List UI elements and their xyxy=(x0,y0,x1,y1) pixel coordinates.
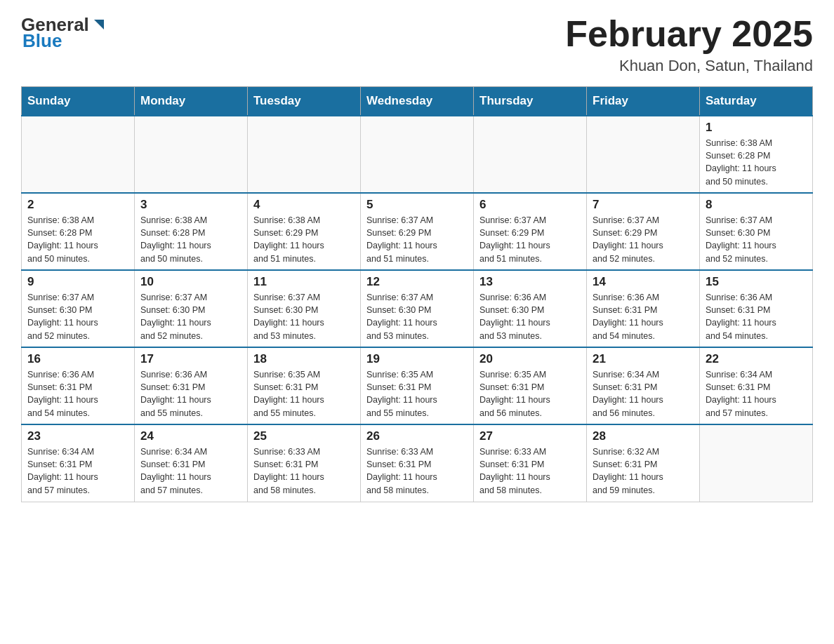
day-number: 21 xyxy=(593,352,694,366)
weekday-header-row: SundayMondayTuesdayWednesdayThursdayFrid… xyxy=(22,87,813,116)
calendar-week-row: 9Sunrise: 6:37 AM Sunset: 6:30 PM Daylig… xyxy=(22,270,813,347)
day-info: Sunrise: 6:38 AM Sunset: 6:28 PM Dayligh… xyxy=(27,214,128,265)
day-number: 26 xyxy=(366,429,468,443)
day-number: 10 xyxy=(140,275,241,289)
day-info: Sunrise: 6:37 AM Sunset: 6:30 PM Dayligh… xyxy=(140,291,241,342)
calendar-cell: 16Sunrise: 6:36 AM Sunset: 6:31 PM Dayli… xyxy=(22,347,135,424)
calendar-cell: 3Sunrise: 6:38 AM Sunset: 6:28 PM Daylig… xyxy=(135,193,248,270)
day-info: Sunrise: 6:36 AM Sunset: 6:31 PM Dayligh… xyxy=(593,291,694,342)
day-number: 9 xyxy=(27,275,128,289)
day-info: Sunrise: 6:33 AM Sunset: 6:31 PM Dayligh… xyxy=(479,445,581,497)
logo-triangle-icon xyxy=(91,17,107,32)
day-number: 25 xyxy=(253,429,355,443)
calendar-table: SundayMondayTuesdayWednesdayThursdayFrid… xyxy=(21,86,813,502)
day-number: 24 xyxy=(140,429,241,443)
calendar-cell xyxy=(474,116,587,193)
calendar-week-row: 2Sunrise: 6:38 AM Sunset: 6:28 PM Daylig… xyxy=(22,193,813,270)
title-area: February 2025 Khuan Don, Satun, Thailand xyxy=(565,14,813,75)
day-info: Sunrise: 6:37 AM Sunset: 6:30 PM Dayligh… xyxy=(706,214,807,265)
day-info: Sunrise: 6:36 AM Sunset: 6:31 PM Dayligh… xyxy=(27,368,128,420)
calendar-cell: 18Sunrise: 6:35 AM Sunset: 6:31 PM Dayli… xyxy=(248,347,361,424)
location-title: Khuan Don, Satun, Thailand xyxy=(565,57,813,75)
day-number: 15 xyxy=(706,275,807,289)
calendar-week-row: 16Sunrise: 6:36 AM Sunset: 6:31 PM Dayli… xyxy=(22,347,813,424)
day-number: 3 xyxy=(140,198,241,212)
calendar-cell: 26Sunrise: 6:33 AM Sunset: 6:31 PM Dayli… xyxy=(361,424,474,502)
day-info: Sunrise: 6:36 AM Sunset: 6:31 PM Dayligh… xyxy=(140,368,241,420)
calendar-cell: 13Sunrise: 6:36 AM Sunset: 6:30 PM Dayli… xyxy=(474,270,587,347)
day-info: Sunrise: 6:35 AM Sunset: 6:31 PM Dayligh… xyxy=(253,368,355,420)
calendar-cell xyxy=(135,116,248,193)
day-info: Sunrise: 6:33 AM Sunset: 6:31 PM Dayligh… xyxy=(366,445,468,497)
day-info: Sunrise: 6:37 AM Sunset: 6:29 PM Dayligh… xyxy=(366,214,468,265)
header: General Blue February 2025 Khuan Don, Sa… xyxy=(21,14,813,75)
calendar-cell: 17Sunrise: 6:36 AM Sunset: 6:31 PM Dayli… xyxy=(135,347,248,424)
day-number: 28 xyxy=(593,429,694,443)
weekday-header-sunday: Sunday xyxy=(22,87,135,116)
day-number: 5 xyxy=(366,198,468,212)
calendar-cell xyxy=(248,116,361,193)
logo: General Blue xyxy=(21,14,107,52)
calendar-cell: 9Sunrise: 6:37 AM Sunset: 6:30 PM Daylig… xyxy=(22,270,135,347)
weekday-header-monday: Monday xyxy=(135,87,248,116)
calendar-cell: 21Sunrise: 6:34 AM Sunset: 6:31 PM Dayli… xyxy=(587,347,700,424)
day-number: 19 xyxy=(366,352,468,366)
svg-marker-0 xyxy=(94,20,104,29)
calendar-cell: 27Sunrise: 6:33 AM Sunset: 6:31 PM Dayli… xyxy=(474,424,587,502)
day-info: Sunrise: 6:37 AM Sunset: 6:30 PM Dayligh… xyxy=(27,291,128,342)
day-info: Sunrise: 6:34 AM Sunset: 6:31 PM Dayligh… xyxy=(140,445,241,497)
logo-blue-text: Blue xyxy=(22,30,62,52)
weekday-header-friday: Friday xyxy=(587,87,700,116)
calendar-cell: 11Sunrise: 6:37 AM Sunset: 6:30 PM Dayli… xyxy=(248,270,361,347)
calendar-cell xyxy=(361,116,474,193)
calendar-cell xyxy=(22,116,135,193)
calendar-cell: 15Sunrise: 6:36 AM Sunset: 6:31 PM Dayli… xyxy=(700,270,813,347)
calendar-cell: 6Sunrise: 6:37 AM Sunset: 6:29 PM Daylig… xyxy=(474,193,587,270)
day-number: 20 xyxy=(479,352,581,366)
day-number: 16 xyxy=(27,352,128,366)
calendar-cell: 23Sunrise: 6:34 AM Sunset: 6:31 PM Dayli… xyxy=(22,424,135,502)
day-info: Sunrise: 6:38 AM Sunset: 6:28 PM Dayligh… xyxy=(706,137,807,188)
day-info: Sunrise: 6:38 AM Sunset: 6:28 PM Dayligh… xyxy=(140,214,241,265)
day-info: Sunrise: 6:37 AM Sunset: 6:29 PM Dayligh… xyxy=(593,214,694,265)
weekday-header-thursday: Thursday xyxy=(474,87,587,116)
day-number: 2 xyxy=(27,198,128,212)
calendar-cell: 8Sunrise: 6:37 AM Sunset: 6:30 PM Daylig… xyxy=(700,193,813,270)
calendar-cell xyxy=(700,424,813,502)
calendar-cell: 24Sunrise: 6:34 AM Sunset: 6:31 PM Dayli… xyxy=(135,424,248,502)
calendar-cell: 22Sunrise: 6:34 AM Sunset: 6:31 PM Dayli… xyxy=(700,347,813,424)
weekday-header-tuesday: Tuesday xyxy=(248,87,361,116)
day-number: 11 xyxy=(253,275,355,289)
day-number: 12 xyxy=(366,275,468,289)
month-title: February 2025 xyxy=(565,14,813,54)
calendar-cell xyxy=(587,116,700,193)
day-number: 8 xyxy=(706,198,807,212)
day-info: Sunrise: 6:34 AM Sunset: 6:31 PM Dayligh… xyxy=(706,368,807,420)
calendar-cell: 12Sunrise: 6:37 AM Sunset: 6:30 PM Dayli… xyxy=(361,270,474,347)
day-info: Sunrise: 6:33 AM Sunset: 6:31 PM Dayligh… xyxy=(253,445,355,497)
calendar-cell: 4Sunrise: 6:38 AM Sunset: 6:29 PM Daylig… xyxy=(248,193,361,270)
day-number: 13 xyxy=(479,275,581,289)
calendar-cell: 5Sunrise: 6:37 AM Sunset: 6:29 PM Daylig… xyxy=(361,193,474,270)
calendar-cell: 10Sunrise: 6:37 AM Sunset: 6:30 PM Dayli… xyxy=(135,270,248,347)
calendar-cell: 7Sunrise: 6:37 AM Sunset: 6:29 PM Daylig… xyxy=(587,193,700,270)
calendar-week-row: 23Sunrise: 6:34 AM Sunset: 6:31 PM Dayli… xyxy=(22,424,813,502)
calendar-cell: 20Sunrise: 6:35 AM Sunset: 6:31 PM Dayli… xyxy=(474,347,587,424)
day-number: 18 xyxy=(253,352,355,366)
calendar-cell: 14Sunrise: 6:36 AM Sunset: 6:31 PM Dayli… xyxy=(587,270,700,347)
day-number: 22 xyxy=(706,352,807,366)
day-info: Sunrise: 6:37 AM Sunset: 6:30 PM Dayligh… xyxy=(366,291,468,342)
day-number: 4 xyxy=(253,198,355,212)
day-number: 27 xyxy=(479,429,581,443)
day-number: 6 xyxy=(479,198,581,212)
day-info: Sunrise: 6:34 AM Sunset: 6:31 PM Dayligh… xyxy=(593,368,694,420)
day-info: Sunrise: 6:32 AM Sunset: 6:31 PM Dayligh… xyxy=(593,445,694,497)
calendar-cell: 25Sunrise: 6:33 AM Sunset: 6:31 PM Dayli… xyxy=(248,424,361,502)
day-info: Sunrise: 6:36 AM Sunset: 6:31 PM Dayligh… xyxy=(706,291,807,342)
day-number: 7 xyxy=(593,198,694,212)
day-info: Sunrise: 6:38 AM Sunset: 6:29 PM Dayligh… xyxy=(253,214,355,265)
day-number: 17 xyxy=(140,352,241,366)
day-number: 1 xyxy=(706,121,807,135)
day-number: 14 xyxy=(593,275,694,289)
calendar-cell: 28Sunrise: 6:32 AM Sunset: 6:31 PM Dayli… xyxy=(587,424,700,502)
